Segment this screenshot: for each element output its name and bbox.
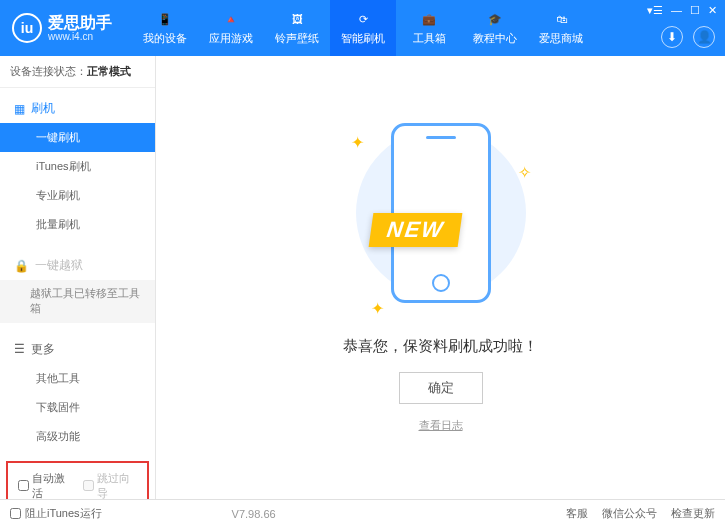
logo: iu 爱思助手 www.i4.cn (12, 13, 112, 43)
main-content: NEW ✦ ✧ ✦ 恭喜您，保资料刷机成功啦！ 确定 查看日志 (156, 56, 725, 499)
minimize-icon[interactable]: — (671, 4, 682, 17)
sidebar-item-download[interactable]: 下载固件 (0, 393, 155, 422)
mall-icon: 🛍 (552, 10, 570, 28)
view-log-link[interactable]: 查看日志 (419, 418, 463, 433)
download-button[interactable]: ⬇ (661, 26, 683, 48)
logo-icon: iu (12, 13, 42, 43)
option-checkboxes: 自动激活 跳过向导 (6, 461, 149, 499)
block-itunes-checkbox[interactable]: 阻止iTunes运行 (10, 506, 102, 521)
sidebar: 设备连接状态：正常模式 ▦刷机 一键刷机 iTunes刷机 专业刷机 批量刷机 … (0, 56, 156, 499)
lock-icon: 🔒 (14, 259, 29, 273)
sidebar-item-pro[interactable]: 专业刷机 (0, 181, 155, 210)
tutorial-icon: 🎓 (486, 10, 504, 28)
sparkle-icon: ✦ (371, 299, 384, 318)
app-url: www.i4.cn (48, 31, 112, 42)
nav-my-device[interactable]: 📱我的设备 (132, 0, 198, 56)
ok-button[interactable]: 确定 (399, 372, 483, 404)
sidebar-item-itunes[interactable]: iTunes刷机 (0, 152, 155, 181)
maximize-icon[interactable]: ☐ (690, 4, 700, 17)
footer-link-update[interactable]: 检查更新 (671, 506, 715, 521)
device-icon: 📱 (156, 10, 174, 28)
nav-toolbox[interactable]: 💼工具箱 (396, 0, 462, 56)
sidebar-item-batch[interactable]: 批量刷机 (0, 210, 155, 239)
sidebar-cat-more[interactable]: ☰更多 (0, 335, 155, 364)
footer-link-wechat[interactable]: 微信公众号 (602, 506, 657, 521)
sidebar-item-other[interactable]: 其他工具 (0, 364, 155, 393)
more-icon: ☰ (14, 342, 25, 356)
sidebar-cat-jailbreak: 🔒一键越狱 (0, 251, 155, 280)
success-message: 恭喜您，保资料刷机成功啦！ (343, 337, 538, 356)
nav-mall[interactable]: 🛍爱思商城 (528, 0, 594, 56)
skip-guide-checkbox[interactable]: 跳过向导 (83, 471, 138, 499)
window-controls: ▾☰ — ☐ ✕ (647, 4, 717, 17)
sidebar-jailbreak-note: 越狱工具已转移至工具箱 (0, 280, 155, 323)
nav-flash[interactable]: ⟳智能刷机 (330, 0, 396, 56)
auto-activate-checkbox[interactable]: 自动激活 (18, 471, 73, 499)
nav-tutorials[interactable]: 🎓教程中心 (462, 0, 528, 56)
flash-icon: ⟳ (354, 10, 372, 28)
success-illustration: NEW ✦ ✧ ✦ (361, 123, 521, 323)
sidebar-item-advanced[interactable]: 高级功能 (0, 422, 155, 451)
ringtone-icon: 🖼 (288, 10, 306, 28)
top-nav: 📱我的设备 🔺应用游戏 🖼铃声壁纸 ⟳智能刷机 💼工具箱 🎓教程中心 🛍爱思商城 (132, 0, 594, 56)
footer-link-support[interactable]: 客服 (566, 506, 588, 521)
account-button[interactable]: 👤 (693, 26, 715, 48)
close-icon[interactable]: ✕ (708, 4, 717, 17)
sidebar-cat-flash[interactable]: ▦刷机 (0, 94, 155, 123)
app-header: iu 爱思助手 www.i4.cn 📱我的设备 🔺应用游戏 🖼铃声壁纸 ⟳智能刷… (0, 0, 725, 56)
connection-status: 设备连接状态：正常模式 (0, 56, 155, 88)
app-name: 爱思助手 (48, 14, 112, 32)
nav-ringtones[interactable]: 🖼铃声壁纸 (264, 0, 330, 56)
toolbox-icon: 💼 (420, 10, 438, 28)
sparkle-icon: ✦ (351, 133, 364, 152)
apps-icon: 🔺 (222, 10, 240, 28)
flash-cat-icon: ▦ (14, 102, 25, 116)
nav-apps[interactable]: 🔺应用游戏 (198, 0, 264, 56)
menu-icon[interactable]: ▾☰ (647, 4, 663, 17)
footer: 阻止iTunes运行 V7.98.66 客服 微信公众号 检查更新 (0, 499, 725, 527)
sidebar-item-oneclick[interactable]: 一键刷机 (0, 123, 155, 152)
sparkle-icon: ✧ (518, 163, 531, 182)
new-banner: NEW (368, 213, 462, 247)
version-label: V7.98.66 (232, 508, 276, 520)
